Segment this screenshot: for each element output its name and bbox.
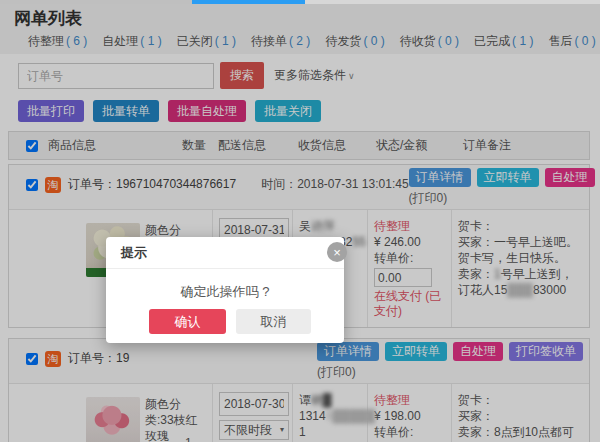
cancel-button[interactable]: 取消	[236, 309, 311, 334]
progress-fill	[192, 0, 305, 4]
close-icon[interactable]: ×	[327, 242, 347, 262]
top-progress-bar	[0, 0, 600, 4]
dialog-buttons: 确认 取消	[149, 309, 311, 334]
confirm-button[interactable]: 确认	[149, 309, 226, 334]
modal-backdrop	[0, 0, 600, 442]
progress-track-left	[0, 0, 192, 4]
dialog-message: 确定此操作吗 ?	[106, 283, 344, 301]
confirm-dialog: 提示 × 确定此操作吗 ? 确认 取消	[106, 237, 344, 343]
progress-track-right	[305, 0, 600, 4]
dialog-title: 提示	[106, 237, 344, 269]
